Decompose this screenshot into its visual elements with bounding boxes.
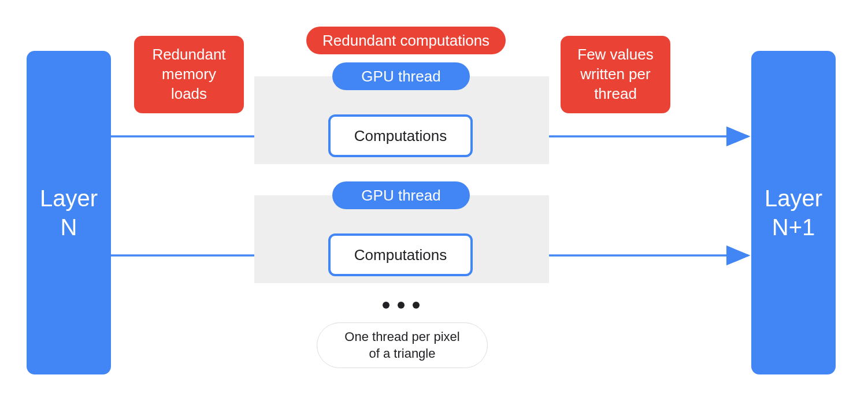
gpu-thread-pill-1-label: GPU thread <box>361 68 440 86</box>
computations-box-2-label: Computations <box>354 246 447 264</box>
layer-n-box: Layer N <box>27 51 111 374</box>
callout-redundant-computations-label: Redundant computations <box>322 32 489 50</box>
diagram-canvas: Layer N Layer N+1 Redundant memory loads… <box>0 0 868 408</box>
callout-few-values: Few values written per thread <box>561 36 670 113</box>
callout-redundant-memory-label: Redundant memory loads <box>152 45 225 103</box>
layer-n-label: Layer N <box>40 184 98 242</box>
gpu-thread-pill-2: GPU thread <box>332 181 470 209</box>
gpu-thread-pill-1: GPU thread <box>332 62 470 90</box>
gpu-thread-pill-2-label: GPU thread <box>361 187 440 205</box>
callout-redundant-computations: Redundant computations <box>306 27 506 54</box>
computations-box-1-label: Computations <box>354 127 447 145</box>
footer-note-label: One thread per pixel of a triangle <box>344 329 459 362</box>
computations-box-2: Computations <box>328 233 473 276</box>
footer-note: One thread per pixel of a triangle <box>317 322 488 368</box>
layer-n1-label: Layer N+1 <box>765 184 822 242</box>
callout-redundant-memory: Redundant memory loads <box>134 36 244 113</box>
callout-few-values-label: Few values written per thread <box>577 45 654 103</box>
layer-n1-box: Layer N+1 <box>751 51 836 374</box>
computations-box-1: Computations <box>328 114 473 157</box>
ellipsis-icon <box>383 302 420 309</box>
